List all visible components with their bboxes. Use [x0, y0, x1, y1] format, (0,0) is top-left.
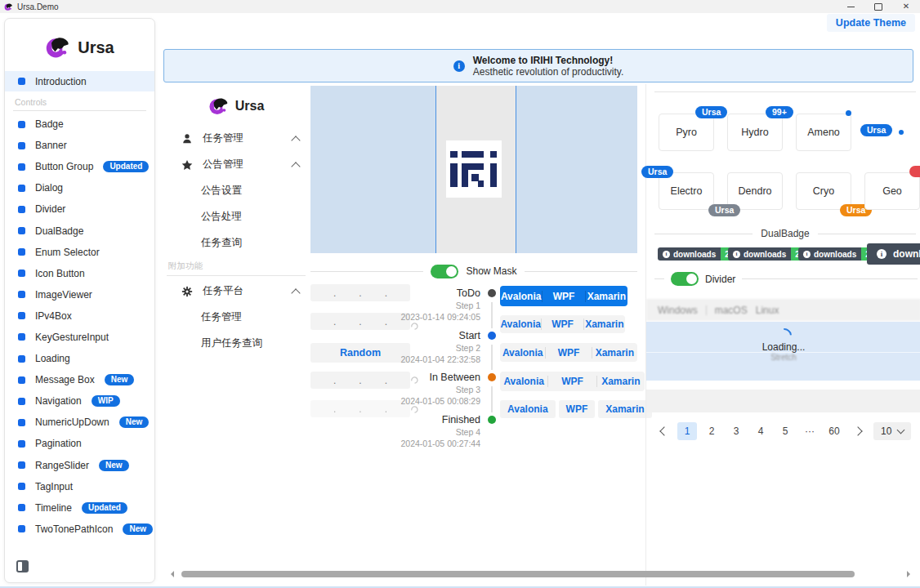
ipv4-input[interactable]: ... [310, 313, 410, 330]
sidebar-item-pagination[interactable]: Pagination [5, 433, 154, 454]
maximize-button[interactable] [864, 0, 892, 13]
item-bullet-icon [18, 121, 25, 128]
sidebar-collapse-button[interactable] [16, 560, 29, 572]
page-button-2[interactable]: 2 [702, 422, 721, 440]
badge-ursa-grey: Ursa [708, 204, 740, 216]
update-theme-button[interactable]: Update Theme [827, 14, 915, 32]
sidebar-item-keygestureinput[interactable]: KeyGestureInput [5, 327, 154, 348]
divider-line [310, 271, 423, 272]
avalonia-button[interactable]: Avalonia [500, 347, 545, 359]
page-size-select[interactable]: 10 [873, 422, 911, 440]
ipv4-input[interactable]: ... [310, 284, 410, 301]
masked-content-text: Stretch [646, 353, 920, 362]
sidebar-item-twotonepathicon[interactable]: TwoTonePathIconNew [5, 519, 154, 540]
avalonia-button[interactable]: Avalonia [500, 318, 541, 330]
scrollbar-right-arrow[interactable] [907, 571, 913, 577]
divider-demo-row: Divider [654, 272, 918, 286]
sidebar-item-numericupdown[interactable]: NumericUpDownNew [5, 412, 154, 433]
chevron-down-icon [897, 426, 905, 434]
item-bullet-icon [18, 270, 25, 277]
item-bullet-icon [18, 376, 25, 384]
close-icon: ✕ [903, 2, 909, 11]
avalonia-button[interactable]: Avalonia [500, 291, 542, 302]
sidebar-item-timeline[interactable]: TimelineUpdated [5, 497, 154, 519]
divider-toggle[interactable] [671, 272, 699, 286]
person-icon [181, 133, 193, 145]
banner-subtitle: Aesthetic revolution of productivity. [473, 66, 624, 78]
image-viewer[interactable] [310, 86, 637, 253]
irihi-pixel-logo [446, 140, 502, 198]
nav-item-task-management[interactable]: 任务管理 [163, 127, 309, 149]
random-button[interactable]: Random [310, 343, 410, 363]
xamarin-button[interactable]: Xamarin [585, 291, 627, 302]
sidebar-item-imageviewer[interactable]: ImageViewer [5, 284, 154, 305]
close-button[interactable]: ✕ [892, 0, 920, 13]
sidebar-item-dialog[interactable]: Dialog [5, 177, 154, 198]
sidebar-item-divider[interactable]: Divider [5, 198, 154, 220]
sidebar-item-message-box[interactable]: Message BoxNew [5, 369, 154, 390]
page-button-3[interactable]: 3 [726, 422, 746, 440]
horizontal-scrollbar-thumb[interactable] [181, 571, 855, 577]
badge-card-hydro: Hydro [727, 114, 783, 151]
nav-item-announcement-management[interactable]: 公告管理 [163, 154, 309, 176]
sidebar-item-enum-selector[interactable]: Enum Selector [5, 242, 154, 263]
xamarin-button[interactable]: Xamarin [583, 318, 625, 330]
show-mask-toggle[interactable] [431, 265, 458, 278]
xamarin-button[interactable]: Xamarin [596, 376, 645, 387]
avalonia-button[interactable]: Avalonia [500, 376, 547, 387]
button-group-light: Avalonia WPF Xamarin [500, 315, 625, 333]
sidebar-item-icon-button[interactable]: Icon Button [5, 263, 154, 284]
xamarin-button[interactable]: Xamarin [592, 347, 637, 359]
sidebar-item-loading[interactable]: Loading [5, 348, 154, 369]
nav-item-task-query[interactable]: 任务查询 [163, 232, 309, 254]
minimize-button[interactable] [837, 0, 864, 13]
nav-item-announcement-processing[interactable]: 公告处理 [163, 206, 309, 228]
nav-section-extra-features: 附加功能 [167, 261, 306, 276]
wpf-button[interactable]: WPF [545, 347, 591, 359]
page-button-4[interactable]: 4 [751, 422, 770, 440]
badge-dot [846, 110, 851, 116]
sidebar-item-introduction[interactable]: Introduction [5, 71, 154, 91]
nav-item-task-management-2[interactable]: 任务管理 [163, 306, 309, 328]
avalonia-button[interactable]: Avalonia [500, 400, 556, 418]
wpf-button[interactable]: WPF [541, 318, 583, 330]
button-group-light: Avalonia WPF Xamarin [500, 372, 645, 391]
page-button-5[interactable]: 5 [775, 422, 795, 440]
sidebar-item-banner[interactable]: Banner [5, 135, 154, 156]
nav-item-user-task-query[interactable]: 用户任务查询 [163, 332, 309, 354]
sidebar-item-button-group[interactable]: Button GroupUpdated [5, 156, 154, 177]
timeline: ToDo Step 1 2023-01-14 09:24:05 Start St… [399, 287, 497, 459]
sidebar-item-navigation[interactable]: NavigationWIP [5, 390, 154, 412]
badge-count: 99+ [766, 106, 793, 118]
sidebar-item-ipv4box[interactable]: IPv4Box [5, 305, 154, 327]
sidebar-logo: Ursa [5, 19, 154, 66]
ipv4-input[interactable]: ... [310, 372, 410, 389]
wpf-button[interactable]: WPF [547, 376, 596, 387]
nav-item-task-platform[interactable]: 任务平台 [163, 280, 309, 302]
prev-page-button[interactable] [653, 422, 672, 440]
minimize-icon [847, 7, 855, 7]
sidebar-item-taginput[interactable]: TagInput [5, 476, 154, 497]
next-page-button[interactable] [849, 422, 869, 440]
nav-item-announcement-settings[interactable]: 公告设置 [163, 180, 309, 202]
item-bullet-icon [18, 163, 25, 171]
demo-center-column: Show Mask ... ... Random ... ... ToDo St… [310, 84, 637, 492]
sidebar-item-badge[interactable]: Badge [5, 114, 154, 135]
page-button-1[interactable]: 1 [677, 422, 697, 440]
sidebar-item-dualbadge[interactable]: DualBadge [5, 220, 154, 241]
page-ellipsis[interactable]: ··· [800, 422, 820, 440]
item-bullet-icon [18, 398, 25, 405]
wpf-button[interactable]: WPF [542, 291, 584, 302]
sidebar-list: Badge Banner Button GroupUpdated Dialog … [5, 114, 154, 540]
loading-overlay: Loading... Stretch [646, 322, 920, 381]
scrollbar-left-arrow[interactable] [167, 571, 174, 577]
app-icon [4, 2, 13, 11]
xamarin-button[interactable]: Xamarin [598, 400, 651, 418]
page-button-60[interactable]: 60 [824, 422, 844, 440]
tab-linux: Linux [756, 305, 779, 316]
sidebar-item-rangeslider[interactable]: RangeSliderNew [5, 455, 154, 476]
dualbadge-downloads-large: downloads 2.4k [867, 243, 920, 265]
pagination: 1 2 3 4 5 ··· 60 10 [653, 422, 911, 440]
item-bullet-icon [18, 355, 25, 363]
wpf-button[interactable]: WPF [559, 400, 596, 418]
